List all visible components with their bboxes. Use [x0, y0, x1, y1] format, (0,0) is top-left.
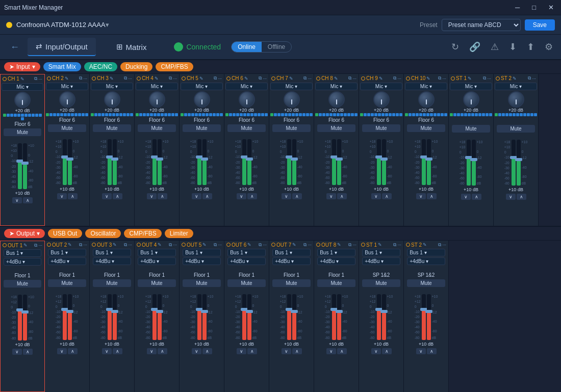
- level-select[interactable]: +4dBu ▾: [93, 257, 131, 265]
- fader-track-right[interactable]: [202, 139, 207, 185]
- out-mute-button[interactable]: Mute: [407, 279, 445, 287]
- fader-track-right[interactable]: [382, 139, 386, 185]
- ch-gain-knob[interactable]: [328, 91, 345, 108]
- out-arrow-down-button[interactable]: ∨: [12, 349, 22, 355]
- arrow-up-button[interactable]: ∧: [472, 194, 481, 200]
- fader-track-right[interactable]: [68, 139, 72, 185]
- out-menu-icon[interactable]: ···: [218, 242, 222, 248]
- out-fader-handle-right[interactable]: [425, 310, 432, 313]
- out-copy-icon[interactable]: ⧉: [259, 242, 262, 248]
- edit-icon[interactable]: ✎: [20, 76, 24, 82]
- out-fader-track-right[interactable]: [23, 295, 27, 341]
- offline-option[interactable]: Offline: [262, 42, 291, 52]
- input-channel-strip-ch1[interactable]: CH 1 ✎ ⧉ ··· Mic ▾ +20 dB Floor 6 Mute +…: [0, 74, 45, 226]
- arrow-up-button[interactable]: ∧: [23, 197, 33, 203]
- out-arrow-down-button[interactable]: ∨: [102, 348, 112, 354]
- ch-menu-icon[interactable]: ···: [218, 76, 222, 81]
- arrow-down-button[interactable]: ∨: [371, 193, 381, 199]
- out-fader-track-right[interactable]: [427, 294, 431, 340]
- output-channel-strip-out21[interactable]: OUT 2 ✎ ⧉ ··· Bus 1 ▾ +4dBu ▾ Floor 1 Mu…: [45, 241, 90, 393]
- mute-button[interactable]: Mute: [317, 124, 355, 132]
- out-copy-icon[interactable]: ⧉: [169, 242, 172, 248]
- fader-track-left[interactable]: [467, 140, 471, 186]
- arrow-up-button[interactable]: ∧: [202, 193, 212, 199]
- edit-icon[interactable]: ✎: [65, 76, 69, 81]
- out-edit-icon[interactable]: ✎: [337, 242, 341, 247]
- out-fader-handle-right[interactable]: [291, 310, 298, 313]
- input-channel-strip-ch6[interactable]: CH 6 ✎ ⧉ ··· Mic ▾ +20 dB Floor 6 Mute +…: [224, 74, 269, 226]
- ch-menu-icon[interactable]: ···: [487, 76, 491, 81]
- mute-button[interactable]: Mute: [452, 125, 490, 133]
- input-channel-strip-ch8[interactable]: CH 8 ✎ ⧉ ··· Mic ▾ +20 dB Floor 6 Mute +…: [314, 74, 359, 226]
- fader-track-right[interactable]: [427, 139, 431, 185]
- input-channel-strip-ch3[interactable]: CH 3 ✎ ⧉ ··· Mic ▾ +20 dB Floor 6 Mute +…: [90, 74, 135, 226]
- fader-track-left[interactable]: [197, 139, 201, 185]
- mute-button[interactable]: Mute: [227, 124, 266, 132]
- out-edit-icon[interactable]: ✎: [158, 242, 162, 247]
- ch-source-select[interactable]: Mic ▾: [225, 83, 268, 90]
- arrow-down-button[interactable]: ∨: [326, 193, 336, 199]
- out-arrow-up-button[interactable]: ∧: [382, 348, 392, 354]
- out-arrow-up-button[interactable]: ∧: [292, 348, 302, 354]
- arrow-down-button[interactable]: ∨: [461, 194, 471, 200]
- arrow-down-button[interactable]: ∨: [416, 193, 426, 199]
- out-arrow-up-button[interactable]: ∧: [158, 348, 167, 354]
- input-channels-scroll[interactable]: CH 1 ✎ ⧉ ··· Mic ▾ +20 dB Floor 6 Mute +…: [0, 74, 561, 226]
- out-fader-track-right[interactable]: [68, 294, 72, 340]
- out-menu-icon[interactable]: ···: [308, 242, 312, 248]
- subtab-oscillator[interactable]: Oscillator: [85, 229, 121, 238]
- out-fader-handle-right[interactable]: [21, 310, 29, 313]
- output-channel-strip-st18[interactable]: ST 1 ✎ ⧉ ··· Bus 1 ▾ +4dBu ▾ SP 1&2 Mute…: [359, 241, 404, 393]
- out-menu-icon[interactable]: ···: [173, 242, 177, 248]
- out-arrow-up-button[interactable]: ∧: [113, 348, 122, 354]
- subtab-smartmix[interactable]: Smart Mix: [43, 62, 81, 71]
- settings-icon[interactable]: ⚙: [543, 39, 555, 55]
- ch-gain-knob[interactable]: [59, 91, 75, 108]
- output-channel-strip-out65[interactable]: OUT 6 ✎ ⧉ ··· Bus 1 ▾ +4dBu ▾ Floor 1 Mu…: [224, 241, 269, 393]
- out-mute-button[interactable]: Mute: [362, 279, 400, 287]
- edit-icon[interactable]: ✎: [199, 76, 203, 81]
- level-select[interactable]: +4dBu ▾: [138, 257, 176, 265]
- ch-gain-knob[interactable]: [284, 91, 300, 108]
- out-fader-track-right[interactable]: [113, 294, 117, 340]
- fader-track-right[interactable]: [113, 139, 117, 185]
- out-mute-button[interactable]: Mute: [138, 279, 176, 287]
- out-arrow-down-button[interactable]: ∨: [371, 348, 381, 354]
- mute-button[interactable]: Mute: [93, 124, 131, 132]
- out-copy-icon[interactable]: ⧉: [214, 242, 217, 248]
- out-fader-handle-right[interactable]: [336, 310, 343, 313]
- input-channel-strip-ch4[interactable]: CH 4 ✎ ⧉ ··· Mic ▾ +20 dB Floor 6 Mute +…: [135, 74, 180, 226]
- arrow-up-button[interactable]: ∧: [517, 194, 526, 200]
- out-menu-icon[interactable]: ···: [38, 243, 42, 248]
- out-fader-handle-right[interactable]: [66, 310, 73, 313]
- out-menu-icon[interactable]: ···: [397, 242, 401, 248]
- level-select[interactable]: +4dBu ▾: [317, 257, 355, 265]
- fader-track-right[interactable]: [247, 139, 251, 185]
- maximize-button[interactable]: □: [529, 3, 539, 12]
- arrow-up-button[interactable]: ∧: [68, 193, 78, 199]
- level-select[interactable]: +4dBu ▾: [362, 257, 400, 265]
- output-channel-strip-out54[interactable]: OUT 5 ✎ ⧉ ··· Bus 1 ▾ +4dBu ▾ Floor 1 Mu…: [180, 241, 224, 393]
- out-mute-button[interactable]: Mute: [227, 279, 266, 287]
- fader-handle-right[interactable]: [66, 158, 73, 161]
- fader-handle-right[interactable]: [291, 158, 298, 161]
- out-mute-button[interactable]: Mute: [272, 279, 311, 287]
- arrow-down-button[interactable]: ∨: [506, 194, 516, 200]
- arrow-down-button[interactable]: ∨: [192, 193, 201, 199]
- subtab-usbout[interactable]: USB Out: [48, 229, 82, 238]
- out-copy-icon[interactable]: ⧉: [124, 242, 127, 248]
- out-fader-handle-right[interactable]: [246, 310, 253, 313]
- ch-copy-icon[interactable]: ⧉: [214, 75, 217, 81]
- fader-track-right[interactable]: [23, 143, 27, 189]
- ch-menu-icon[interactable]: ···: [128, 76, 132, 81]
- out-fader-track-right[interactable]: [247, 294, 251, 340]
- out-fader-track-left[interactable]: [152, 294, 157, 340]
- ch-menu-icon[interactable]: ···: [442, 76, 446, 81]
- fader-track-left[interactable]: [422, 139, 426, 185]
- ch-gain-knob[interactable]: [239, 91, 255, 108]
- fader-track-right[interactable]: [337, 139, 341, 185]
- ch-source-select[interactable]: Mic ▾: [315, 83, 358, 90]
- ch-menu-icon[interactable]: ···: [532, 76, 536, 81]
- ch-source-select[interactable]: Mic ▾: [181, 83, 223, 90]
- fader-handle-right[interactable]: [425, 158, 432, 161]
